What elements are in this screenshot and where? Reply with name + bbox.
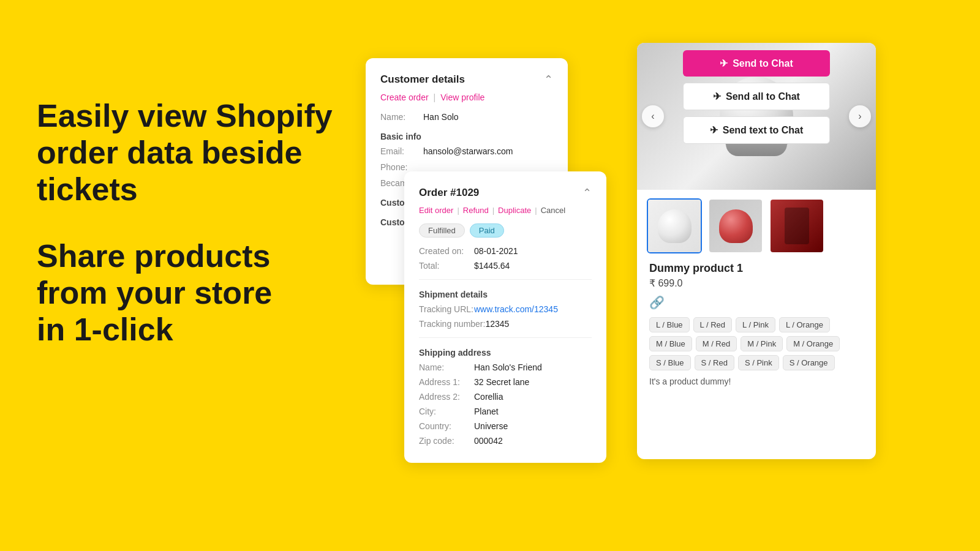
carousel-prev-button[interactable]: ‹: [642, 105, 664, 127]
variant-tag[interactable]: M / Pink: [741, 336, 783, 351]
product-link-icon[interactable]: 🔗: [649, 295, 864, 310]
zip-row: Zip code: 000042: [419, 436, 592, 446]
order-card: Order #1029 ⌃ Edit order | Refund | Dupl…: [404, 171, 606, 463]
address2-value: Corellia: [474, 392, 503, 402]
email-label: Email:: [380, 146, 423, 156]
hero-line6: in 1-click: [37, 312, 173, 347]
send-to-chat-label: Send to Chat: [733, 58, 793, 69]
divider2: [419, 337, 592, 338]
zip-label: Zip code:: [419, 436, 474, 446]
variant-tag[interactable]: S / Pink: [738, 355, 779, 370]
thumbnail-2[interactable]: [708, 198, 763, 253]
tracking-url-row: Tracking URL: www.track.com/12345: [419, 304, 592, 314]
variant-tag[interactable]: M / Red: [696, 336, 737, 351]
ship-name-row: Name: Han Solo's Friend: [419, 362, 592, 372]
shipping-title: Shipping address: [419, 348, 592, 358]
country-row: Country: Universe: [419, 421, 592, 431]
variant-tag[interactable]: L / Blue: [649, 317, 690, 332]
variant-tag[interactable]: L / Red: [693, 317, 732, 332]
thumbnail-1[interactable]: [647, 198, 702, 253]
address1-value: 32 Secret lane: [474, 377, 529, 387]
variant-tag[interactable]: S / Blue: [649, 355, 691, 370]
product-price: ₹ 699.0: [649, 277, 864, 289]
hero-line4: Share products: [37, 238, 270, 274]
created-on-row: Created on: 08-01-2021: [419, 246, 592, 256]
send-all-icon: ✈: [713, 91, 721, 102]
total-value: $1445.64: [474, 261, 510, 271]
view-profile-link[interactable]: View profile: [440, 92, 484, 102]
phone-row: Phone:: [380, 162, 553, 172]
hero-section: Easily view Shopify order data beside ti…: [37, 98, 343, 348]
fulfilled-badge: Fulfilled: [419, 223, 465, 238]
carousel-next-button[interactable]: ›: [849, 105, 871, 127]
hero-line3: tickets: [37, 171, 138, 207]
send-to-chat-button[interactable]: ✈ Send to Chat: [683, 50, 830, 77]
city-label: City:: [419, 407, 474, 416]
address1-row: Address 1: 32 Secret lane: [419, 377, 592, 387]
cancel-link[interactable]: Cancel: [541, 206, 565, 215]
ship-name-value: Han Solo's Friend: [474, 362, 542, 372]
email-row: Email: hansolo@starwars.com: [380, 146, 553, 156]
customer-card-actions: Create order | View profile: [380, 92, 553, 102]
send-text-icon: ✈: [710, 124, 718, 136]
address2-label: Address 2:: [419, 392, 474, 402]
action-divider: |: [434, 92, 436, 102]
refund-link[interactable]: Refund: [463, 206, 489, 215]
product-card: ✈ Send to Chat ✈ Send all to Chat ✈ Send…: [637, 43, 876, 459]
total-row: Total: $1445.64: [419, 261, 592, 271]
created-value: 08-01-2021: [474, 246, 518, 256]
variant-tag[interactable]: M / Blue: [649, 336, 692, 351]
tracking-number-value: 12345: [485, 319, 509, 329]
paid-badge: Paid: [470, 223, 504, 238]
collapse-icon[interactable]: ⌃: [544, 73, 553, 86]
send-buttons-overlay: ✈ Send to Chat ✈ Send all to Chat ✈ Send…: [683, 50, 830, 144]
hero-line2: order data beside: [37, 135, 302, 170]
hero-line5: from your store: [37, 275, 272, 310]
customer-card-header: Customer details ⌃: [380, 73, 553, 86]
variants-grid: L / BlueL / RedL / PinkL / OrangeM / Blu…: [649, 317, 864, 370]
send-all-to-chat-button[interactable]: ✈ Send all to Chat: [683, 83, 830, 110]
zip-value: 000042: [474, 436, 503, 446]
edit-order-link[interactable]: Edit order: [419, 206, 453, 215]
total-label: Total:: [419, 261, 474, 271]
order-card-header: Order #1029 ⌃: [419, 186, 592, 200]
thumbnail-3[interactable]: [769, 198, 824, 253]
created-label: Created on:: [419, 246, 474, 256]
order-collapse-icon[interactable]: ⌃: [582, 186, 592, 200]
email-value: hansolo@starwars.com: [423, 146, 513, 156]
name-label: Name:: [380, 112, 423, 122]
order-card-actions: Edit order | Refund | Duplicate | Cancel: [419, 206, 592, 215]
product-name: Dummy product 1: [649, 262, 864, 275]
create-order-link[interactable]: Create order: [380, 92, 429, 102]
product-carousel: ✈ Send to Chat ✈ Send all to Chat ✈ Send…: [637, 43, 876, 190]
customer-card-title: Customer details: [380, 73, 465, 86]
customer-name-row: Name: Han Solo: [380, 112, 553, 122]
variant-tag[interactable]: L / Orange: [779, 317, 830, 332]
country-label: Country:: [419, 421, 474, 431]
address1-label: Address 1:: [419, 377, 474, 387]
send-to-chat-icon: ✈: [720, 58, 728, 69]
shipment-title: Shipment details: [419, 290, 592, 299]
tracking-number-label: Tracking number:: [419, 319, 485, 329]
tracking-url-value[interactable]: www.track.com/12345: [474, 304, 558, 314]
divider1: [419, 279, 592, 280]
city-row: City: Planet: [419, 407, 592, 416]
variant-tag[interactable]: S / Red: [695, 355, 734, 370]
product-description: It's a product dummy!: [649, 377, 864, 386]
basic-info-title: Basic info: [380, 132, 553, 141]
thumbnails-row: [637, 190, 876, 260]
variant-tag[interactable]: L / Pink: [736, 317, 775, 332]
duplicate-link[interactable]: Duplicate: [498, 206, 531, 215]
hero-line1: Easily view Shopify: [37, 98, 333, 133]
country-value: Universe: [474, 421, 508, 431]
address2-row: Address 2: Corellia: [419, 392, 592, 402]
name-value: Han Solo: [423, 112, 459, 122]
variant-tag[interactable]: S / Orange: [783, 355, 835, 370]
tracking-number-row: Tracking number: 12345: [419, 319, 592, 329]
tracking-url-label: Tracking URL:: [419, 304, 474, 314]
variant-tag[interactable]: M / Orange: [786, 336, 840, 351]
ship-name-label: Name:: [419, 362, 474, 372]
send-all-label: Send all to Chat: [726, 91, 800, 102]
send-text-to-chat-button[interactable]: ✈ Send text to Chat: [683, 116, 830, 144]
send-text-label: Send text to Chat: [723, 125, 804, 136]
